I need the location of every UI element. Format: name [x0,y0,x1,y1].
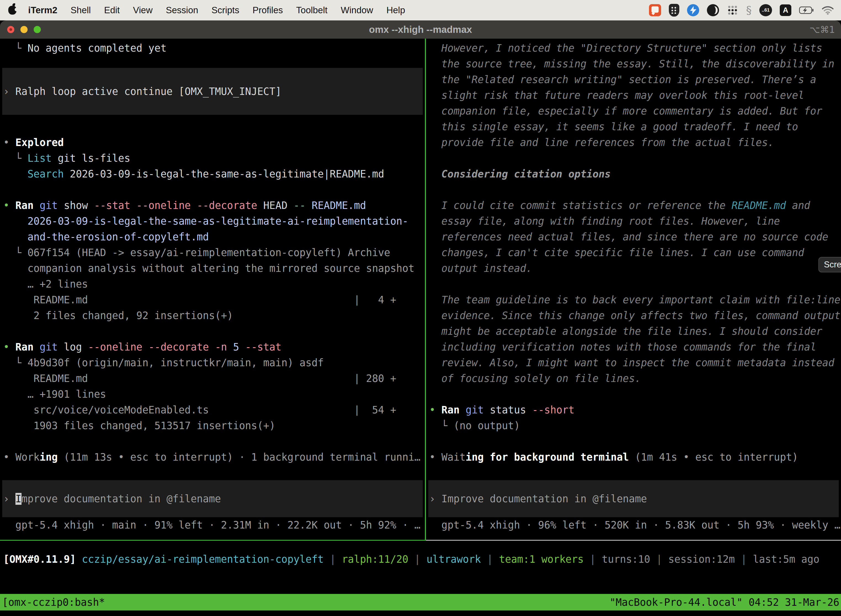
pane-border-bottom-left [0,540,425,541]
crescent-icon[interactable] [707,4,719,16]
model-status-left: gpt-5.4 xhigh · main · 91% left · 2.31M … [3,517,420,533]
macos-menu-bar: iTerm2ShellEditViewSessionScriptsProfile… [0,0,841,21]
terminal-line: slight risk that future readers may over… [429,88,804,103]
terminal-line: essay file, along with finding root file… [429,213,780,229]
zoom-window-button[interactable] [34,26,41,33]
tmux-window-label[interactable]: [omx-cczip0:bash* [0,596,105,608]
close-window-button[interactable] [7,26,14,33]
terminal-line: provide file and line references from th… [429,135,774,150]
terminal-line: review. Also, I might want to inspect th… [429,355,834,371]
prompt-input-left-text[interactable]: › Improve documentation in @filename [2,491,221,507]
model-status-right: gpt-5.4 xhigh · 96% left · 520K in · 5.8… [429,517,841,533]
window-title-bar[interactable]: omx --xhigh --madmax ⌥⌘1 [0,21,841,39]
terminal-line: 2026-03-09-is-legal-the-same-as-legitima… [3,213,408,229]
prompt-input-right-text[interactable]: › Improve documentation in @filename [428,491,647,507]
window-title: omx --xhigh --madmax [0,24,841,35]
traffic-lights [7,21,41,39]
menu-item-session[interactable]: Session [159,5,205,15]
terminal-line: └ 4b9d30f (origin/main, instructkr/main,… [3,355,324,371]
terminal-line: 1903 files changed, 513517 insertions(+) [3,418,275,434]
menu-item-window[interactable]: Window [334,5,379,15]
tmux-status-bar: [omx-cczip0:bash* "MacBook-Pro-44.local"… [0,594,841,610]
screen-overlay-tooltip-label: Scre [824,260,841,270]
terminal-line: • Working (11m 13s • esc to interrupt) ·… [3,449,420,465]
menu-item-scripts[interactable]: Scripts [205,5,246,15]
terminal-line: of focusing solely on file lines. [429,371,641,386]
terminal-line: evidence. Since this change only affects… [429,308,841,323]
screen-overlay-tooltip: Scre [818,257,841,273]
gauge-61-icon[interactable]: ..61 [759,4,772,16]
menu-item-iterm2[interactable]: iTerm2 [22,5,64,15]
terminal-line: and-the-erosion-of-copyleft.md [3,229,209,245]
terminal-line: … +1901 lines [3,386,106,402]
pane-divider-vertical[interactable] [425,39,426,541]
menu-items: iTerm2ShellEditViewSessionScriptsProfile… [22,5,412,15]
terminal-line: I could cite commit statistics or refere… [429,198,810,213]
ralph-loop-banner: › Ralph loop active continue [OMX_TMUX_I… [2,68,423,115]
terminal-line: └ No agents completed yet [3,40,167,56]
terminal-line: The team guideline is to back every impo… [429,292,841,308]
keyboard-layout-icon[interactable]: A [780,4,791,16]
prompt-input-left[interactable]: › Improve documentation in @filename [2,480,423,517]
terminal-line: • Ran git show --stat --oneline --decora… [3,198,366,213]
menu-item-toolbelt[interactable]: Toolbelt [289,5,334,15]
wifi-icon[interactable] [822,6,834,15]
terminal-line: … +2 lines [3,276,88,292]
prompt-input-right[interactable]: › Improve documentation in @filename [428,480,839,517]
terminal-line: └ List git ls-files [3,150,130,166]
minimize-window-button[interactable] [21,26,28,33]
terminal-line: • Ran git status --short [429,402,574,418]
terminal-line: companion analysis without altering the … [3,261,415,276]
tmux-host-clock: "MacBook-Pro-44.local" 04:52 31-Mar-26 [610,596,841,608]
pane-border-bottom-right [426,540,841,541]
terminal-line: the "Related research writing" section i… [429,72,816,88]
terminal-line: • Explored [3,135,64,150]
hook-icon[interactable]: § [746,4,752,16]
terminal-line: • Ran git log --oneline --decorate -n 5 … [3,339,281,355]
zap-badge-icon[interactable] [687,4,699,16]
terminal-line: • Waiting for background terminal (1m 41… [429,449,798,465]
terminal-line: including verification notes with those … [429,339,816,355]
menu-item-profiles[interactable]: Profiles [246,5,289,15]
terminal-line: src/voice/voiceModeEnabled.ts | 54 + [3,402,396,418]
apple-menu-icon[interactable] [8,6,16,15]
terminal-line: Search 2026-03-09-is-legal-the-same-as-l… [3,166,384,182]
terminal-content: › Ralph loop active continue [OMX_TMUX_I… [0,39,841,616]
terminal-line: output instead. [429,261,532,276]
battery-icon[interactable] [799,6,814,14]
terminal-line: might be acceptable alongside the file l… [429,323,822,339]
terminal-line: README.md | 280 + [3,371,396,386]
terminal-line: the source tree, missing the essay. Stil… [429,56,834,72]
terminal-line: companion file, especially if more comme… [429,103,822,119]
ralph-loop-banner-text: › Ralph loop active continue [OMX_TMUX_I… [2,84,281,99]
terminal-line: references need actual files, and since … [429,229,828,245]
right-terminal-pane[interactable]: › Improve documentation in @filename gpt… [426,39,841,540]
menu-item-shell[interactable]: Shell [64,5,97,15]
terminal-line: 2 files changed, 92 insertions(+) [3,308,233,323]
terminal-line: └ (no output) [429,418,520,434]
menu-item-edit[interactable]: Edit [97,5,126,15]
terminal-line: this single essay, it seems like a good … [429,119,798,135]
terminal-line: Considering citation options [429,166,611,182]
window-shortcut-label: ⌥⌘1 [810,24,835,35]
terminal-line: └ 067f154 (HEAD -> essay/ai-reimplementa… [3,245,390,261]
terminal-line: README.md | 4 + [3,292,396,308]
left-terminal-pane[interactable]: › Ralph loop active continue [OMX_TMUX_I… [0,39,425,540]
omx-status-line: [OMX#0.11.9] cczip/essay/ai-reimplementa… [3,551,819,567]
dots-grid-icon[interactable] [727,4,738,16]
menu-item-view[interactable]: View [126,5,159,15]
terminal-line: However, I noticed the "Directory Struct… [429,40,822,56]
shield-grid-icon[interactable] [669,4,679,16]
menu-item-help[interactable]: Help [379,5,412,15]
messages-icon[interactable] [649,4,661,16]
terminal-line: changes, I can't cite specific file line… [429,245,804,261]
menu-status-icons: §..61A [649,4,841,16]
